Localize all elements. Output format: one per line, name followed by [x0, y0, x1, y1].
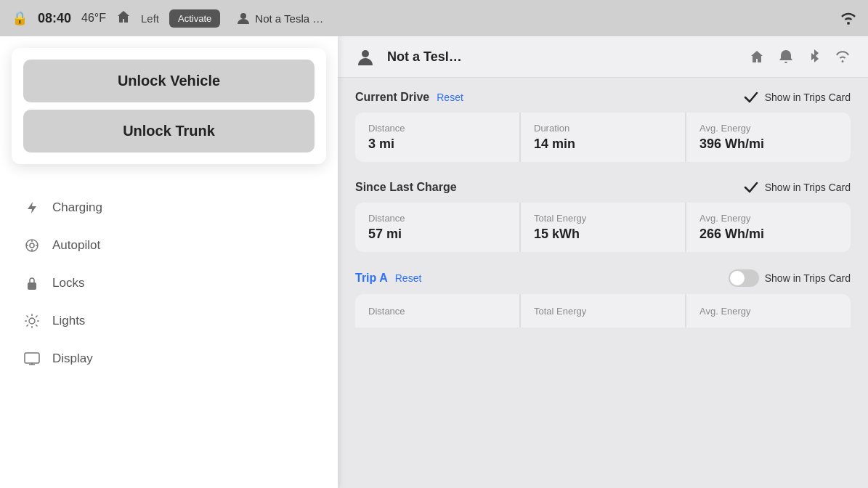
svg-line-14	[27, 316, 28, 317]
sidebar-display-label: Display	[52, 351, 93, 366]
status-bar-right	[840, 12, 856, 25]
profile-name: Not a Tesla …	[255, 12, 323, 25]
unlock-vehicle-button[interactable]: Unlock Vehicle	[23, 60, 315, 102]
dropdown-overlay: Unlock Vehicle Unlock Trunk	[12, 48, 326, 164]
main-layout: Unlock Vehicle Unlock Trunk Charging Aut…	[0, 36, 868, 488]
autopilot-icon	[23, 237, 41, 254]
status-time: 08:40	[38, 11, 71, 26]
show-trips-current: Show in Trips Card	[743, 89, 851, 105]
svg-line-15	[36, 325, 37, 326]
stat-label-total-energy: Total Energy	[534, 213, 672, 224]
location-label: Left	[141, 12, 159, 25]
right-profile-icon	[355, 46, 376, 67]
svg-point-21	[362, 50, 369, 57]
stat-value-since-distance: 57 mi	[368, 227, 506, 242]
right-profile-name: Not a Tesl…	[387, 49, 737, 65]
show-trips-since-label: Show in Trips Card	[765, 182, 851, 193]
stat-label-trip-a-avg: Avg. Energy	[699, 306, 751, 317]
lights-icon	[23, 312, 41, 330]
sidebar-item-display[interactable]: Display	[12, 341, 326, 376]
stat-label-since-avg-energy: Avg. Energy	[699, 213, 837, 224]
sidebar-item-locks[interactable]: Locks	[12, 266, 326, 301]
stat-cell-duration: Duration 14 min	[521, 113, 685, 162]
sidebar: Unlock Vehicle Unlock Trunk Charging Aut…	[0, 36, 338, 488]
display-icon	[23, 350, 41, 367]
status-bar-left: 🔒 08:40 46°F Left Activate Not a Tesla …	[12, 9, 829, 28]
svg-rect-8	[28, 282, 36, 290]
section-since-last-charge: Since Last Charge Show in Trips Card Dis…	[355, 179, 851, 252]
stat-value-avg-energy: 396 Wh/mi	[699, 137, 837, 152]
trip-a-reset[interactable]: Reset	[395, 272, 422, 284]
sidebar-nav: Charging Autopilot Locks	[0, 176, 338, 391]
sidebar-item-charging[interactable]: Charging	[12, 190, 326, 225]
checkmark-current-icon	[743, 89, 759, 105]
sidebar-item-lights[interactable]: Lights	[12, 304, 326, 338]
charging-icon	[23, 199, 41, 216]
trip-a-header: Trip A Reset Show in Trips Card	[355, 269, 851, 287]
current-drive-title: Current Drive	[355, 91, 429, 104]
status-temp: 46°F	[81, 12, 106, 25]
svg-point-0	[240, 13, 246, 19]
stat-label-trip-a-distance: Distance	[368, 306, 405, 317]
since-last-charge-title: Since Last Charge	[355, 181, 457, 194]
stat-cell-trip-a-total: Total Energy	[521, 294, 685, 328]
header-home-icon	[749, 49, 765, 65]
header-bluetooth-icon	[807, 49, 822, 65]
stat-label-since-distance: Distance	[368, 213, 506, 224]
since-last-charge-header: Since Last Charge Show in Trips Card	[355, 179, 851, 195]
home-icon	[116, 9, 131, 28]
content-area: Current Drive Reset Show in Trips Card D…	[338, 78, 868, 357]
stat-cell-since-avg-energy: Avg. Energy 266 Wh/mi	[686, 203, 851, 252]
sidebar-autopilot-label: Autopilot	[52, 238, 100, 253]
svg-line-16	[36, 316, 37, 317]
stat-cell-distance: Distance 3 mi	[355, 113, 519, 162]
stat-label-duration: Duration	[534, 123, 672, 134]
checkmark-since-icon	[743, 179, 759, 195]
activate-button[interactable]: Activate	[169, 9, 220, 28]
show-trips-trip-a: Show in Trips Card	[729, 269, 851, 287]
right-header: Not a Tesl…	[338, 36, 868, 78]
show-trips-trip-a-label: Show in Trips Card	[765, 272, 851, 284]
since-last-charge-stats: Distance 57 mi Total Energy 15 kWh Avg. …	[355, 203, 851, 252]
section-current-drive: Current Drive Reset Show in Trips Card D…	[355, 89, 851, 162]
current-drive-header: Current Drive Reset Show in Trips Card	[355, 89, 851, 105]
locks-icon	[23, 274, 41, 292]
show-trips-current-label: Show in Trips Card	[765, 92, 851, 103]
svg-point-9	[29, 318, 35, 324]
stat-cell-trip-a-distance: Distance	[355, 294, 519, 328]
svg-marker-1	[28, 202, 36, 214]
stat-cell-total-energy: Total Energy 15 kWh	[521, 203, 685, 252]
section-trip-a: Trip A Reset Show in Trips Card Distance…	[355, 269, 851, 328]
header-wifi-icon	[835, 50, 851, 63]
stat-label-avg-energy: Avg. Energy	[699, 123, 837, 134]
stat-value-since-avg-energy: 266 Wh/mi	[699, 227, 837, 242]
header-bell-icon	[778, 49, 794, 65]
status-bar: 🔒 08:40 46°F Left Activate Not a Tesla …	[0, 0, 868, 36]
show-trips-since: Show in Trips Card	[743, 179, 851, 195]
svg-line-17	[27, 325, 28, 326]
unlock-trunk-button[interactable]: Unlock Trunk	[23, 110, 315, 152]
sidebar-lights-label: Lights	[52, 314, 85, 328]
sidebar-item-autopilot[interactable]: Autopilot	[12, 228, 326, 263]
svg-rect-18	[25, 353, 39, 363]
sidebar-charging-label: Charging	[52, 200, 102, 215]
current-drive-reset[interactable]: Reset	[437, 92, 463, 103]
stat-cell-since-distance: Distance 57 mi	[355, 203, 519, 252]
right-header-icons	[749, 49, 851, 65]
stat-label-distance: Distance	[368, 123, 506, 134]
svg-point-3	[30, 243, 34, 248]
stat-value-distance: 3 mi	[368, 137, 506, 152]
right-panel: Not a Tesl… Current Drive Reset	[338, 36, 868, 488]
current-drive-stats: Distance 3 mi Duration 14 min Avg. Energ…	[355, 113, 851, 162]
stat-value-duration: 14 min	[534, 137, 672, 152]
stat-value-total-energy: 15 kWh	[534, 227, 672, 242]
profile-icon	[236, 11, 251, 25]
wifi-icon	[840, 12, 856, 25]
show-trips-toggle[interactable]	[729, 269, 759, 287]
trip-a-title: Trip A	[355, 272, 388, 285]
trip-a-stats: Distance Total Energy Avg. Energy	[355, 294, 851, 328]
stat-cell-trip-a-avg: Avg. Energy	[686, 294, 851, 328]
profile-section: Not a Tesla …	[236, 11, 323, 25]
stat-cell-avg-energy: Avg. Energy 396 Wh/mi	[686, 113, 851, 162]
sidebar-locks-label: Locks	[52, 276, 84, 290]
